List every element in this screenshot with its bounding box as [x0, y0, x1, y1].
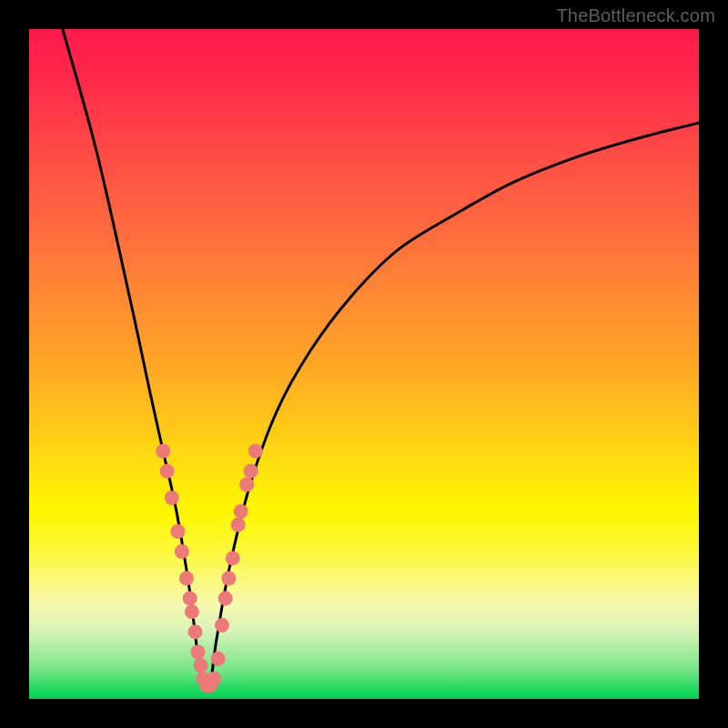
curve-marker	[234, 504, 248, 519]
curve-marker	[190, 644, 205, 659]
chart-svg	[29, 29, 699, 699]
curve-marker	[248, 444, 263, 459]
curve-marker	[156, 444, 170, 459]
curve-marker	[185, 604, 199, 619]
curve-marker	[244, 464, 258, 479]
curve-marker	[211, 652, 226, 666]
curve-marker	[188, 624, 203, 639]
curve-marker	[179, 571, 194, 586]
curve-marker	[226, 551, 240, 565]
curve-marker	[170, 524, 185, 539]
curve-marker	[215, 618, 229, 632]
curve-markers	[156, 444, 263, 693]
curve-marker	[207, 672, 221, 686]
curve-marker	[239, 477, 254, 491]
curve-marker	[218, 592, 233, 606]
curve-marker	[165, 490, 179, 505]
watermark-text: TheBottleneck.com	[556, 5, 715, 26]
curve-marker	[160, 464, 175, 479]
bottleneck-curve	[63, 29, 699, 691]
curve-marker	[193, 658, 207, 672]
chart-plot-area	[29, 29, 699, 699]
curve-marker	[183, 592, 197, 606]
curve-marker	[231, 518, 246, 532]
curve-marker	[175, 544, 189, 559]
chart-frame: TheBottleneck.com	[0, 0, 728, 728]
curve-marker	[221, 571, 236, 586]
